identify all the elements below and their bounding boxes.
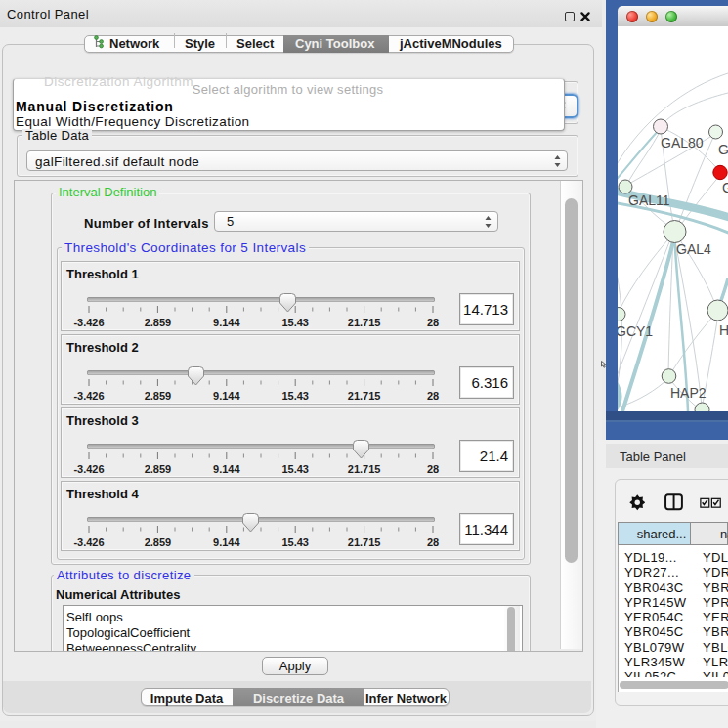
svg-text:GAL4: GAL4 (676, 241, 711, 257)
svg-text:GAL80: GAL80 (661, 135, 704, 150)
svg-text:GAL11: GAL11 (628, 193, 670, 208)
svg-text:GA: GA (718, 142, 728, 157)
svg-text:H: H (719, 322, 728, 338)
svg-text:GCY1: GCY1 (618, 323, 653, 339)
svg-text:G: G (722, 180, 728, 195)
svg-text:HAP2: HAP2 (670, 385, 707, 401)
